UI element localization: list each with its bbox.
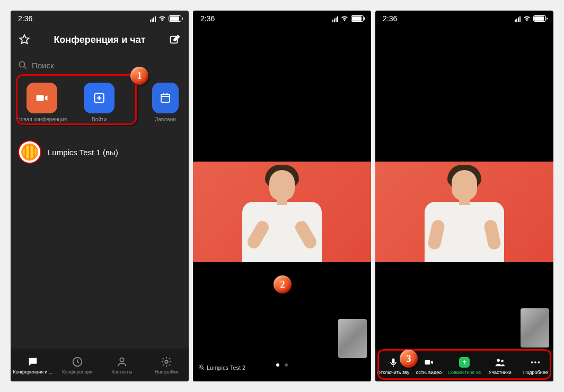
share-label: Совместное ис bbox=[448, 370, 481, 375]
contact-self-row[interactable]: Lumpics Test 1 (вы) bbox=[16, 138, 183, 166]
calendar-icon bbox=[152, 83, 179, 113]
svg-rect-4 bbox=[161, 94, 170, 102]
svg-point-15 bbox=[538, 361, 540, 363]
svg-point-6 bbox=[120, 358, 124, 361]
participants-button[interactable]: Участники bbox=[482, 350, 518, 381]
svg-point-12 bbox=[501, 359, 504, 362]
svg-point-1 bbox=[19, 61, 25, 67]
page-dot bbox=[285, 363, 288, 367]
status-bar: 2:36 bbox=[11, 11, 189, 26]
participant-figure bbox=[419, 162, 509, 262]
wifi-icon bbox=[158, 15, 166, 22]
battery-icon bbox=[351, 15, 364, 22]
participants-label: Участники bbox=[489, 370, 512, 375]
mic-muted-icon bbox=[198, 364, 205, 371]
status-bar: 2:36 bbox=[193, 11, 371, 26]
page-dot bbox=[276, 363, 279, 367]
phone-screenshot-1: 2:36 Конференция и чат Новая конференция bbox=[11, 11, 189, 381]
video-call-area[interactable] bbox=[375, 26, 553, 381]
tab-contacts-label: Контакты bbox=[112, 369, 133, 375]
clock-icon bbox=[72, 356, 83, 368]
participant-name: Lumpics Test 2 bbox=[207, 364, 245, 371]
more-button[interactable]: Подробнее bbox=[518, 350, 553, 381]
gear-icon bbox=[161, 356, 172, 368]
home-actions: Новая конференция Войти Заплани bbox=[11, 77, 189, 130]
plus-icon bbox=[84, 83, 114, 113]
search-icon bbox=[18, 60, 28, 70]
contacts-icon bbox=[116, 356, 128, 368]
video-icon bbox=[423, 357, 435, 368]
tab-settings[interactable]: Настройки bbox=[144, 349, 189, 381]
signal-icon bbox=[332, 15, 338, 22]
video-call-area[interactable]: Lumpics Test 2 bbox=[193, 26, 371, 381]
contact-name: Lumpics Test 1 (вы) bbox=[48, 148, 118, 157]
status-time: 2:36 bbox=[200, 14, 215, 23]
svg-point-13 bbox=[531, 361, 533, 363]
tab-meetings[interactable]: Конференции bbox=[55, 349, 100, 381]
status-icons bbox=[150, 15, 181, 22]
battery-icon bbox=[169, 15, 181, 22]
video-icon bbox=[27, 83, 57, 113]
remote-video bbox=[193, 162, 371, 262]
mute-label: Отключить зву bbox=[377, 370, 409, 375]
wifi-icon bbox=[340, 15, 349, 22]
self-view-pip[interactable] bbox=[338, 319, 367, 358]
phone-screenshot-2: 2:36 Lumpics Test 2 bbox=[193, 11, 371, 381]
page-title: Конференция и чат bbox=[31, 34, 169, 46]
wifi-icon bbox=[523, 15, 531, 22]
step-badge-1: 1 bbox=[130, 67, 148, 85]
svg-rect-2 bbox=[37, 95, 44, 101]
status-icons bbox=[515, 15, 546, 22]
battery-icon bbox=[533, 15, 546, 22]
stop-video-label: остн. видео bbox=[416, 370, 442, 375]
step-badge-2: 2 bbox=[274, 275, 292, 293]
tab-meetings-label: Конференции bbox=[62, 369, 93, 375]
page-indicator bbox=[276, 363, 288, 367]
search-row[interactable] bbox=[18, 56, 181, 74]
new-meeting-label: Новая конференция bbox=[17, 117, 67, 122]
svg-point-11 bbox=[497, 359, 500, 362]
step-badge-3: 3 bbox=[400, 350, 418, 368]
search-input[interactable] bbox=[32, 61, 181, 70]
bottom-nav: Конференция и ... Конференции Контакты Н… bbox=[11, 349, 189, 381]
phone-screenshot-3: 2:36 Zoom Завершить bbox=[375, 11, 553, 381]
status-time: 2:36 bbox=[18, 14, 32, 23]
svg-rect-9 bbox=[392, 358, 394, 363]
status-icons bbox=[332, 15, 364, 22]
star-icon[interactable] bbox=[18, 33, 31, 46]
tab-chat[interactable]: Конференция и ... bbox=[11, 349, 55, 381]
schedule-label: Заплани bbox=[155, 117, 176, 122]
schedule-button[interactable]: Заплани bbox=[149, 83, 181, 122]
join-label: Войти bbox=[92, 117, 107, 122]
status-time: 2:36 bbox=[383, 14, 397, 23]
participant-name-overlay: Lumpics Test 2 bbox=[198, 364, 245, 371]
tab-settings-label: Настройки bbox=[155, 369, 178, 375]
share-button[interactable]: Совместное ис bbox=[446, 350, 482, 381]
self-view-pip[interactable] bbox=[521, 308, 549, 348]
new-meeting-button[interactable]: Новая конференция bbox=[18, 83, 66, 122]
participant-figure bbox=[237, 162, 327, 262]
compose-icon[interactable] bbox=[169, 33, 181, 46]
mic-icon bbox=[387, 357, 399, 368]
signal-icon bbox=[515, 15, 521, 22]
participants-icon bbox=[494, 357, 506, 368]
more-icon bbox=[530, 357, 541, 368]
more-label: Подробнее bbox=[523, 370, 548, 375]
avatar bbox=[18, 140, 41, 164]
chat-icon bbox=[27, 356, 39, 368]
tab-chat-label: Конференция и ... bbox=[13, 369, 52, 375]
svg-point-7 bbox=[165, 360, 168, 363]
svg-point-14 bbox=[535, 361, 537, 363]
signal-icon bbox=[150, 15, 156, 22]
tab-contacts[interactable]: Контакты bbox=[100, 349, 144, 381]
app-header: Конференция и чат bbox=[11, 26, 189, 53]
share-icon bbox=[459, 357, 470, 368]
svg-rect-10 bbox=[425, 360, 430, 364]
status-bar: 2:36 bbox=[375, 11, 553, 26]
remote-video bbox=[375, 162, 553, 262]
join-button[interactable]: Войти bbox=[75, 83, 123, 122]
